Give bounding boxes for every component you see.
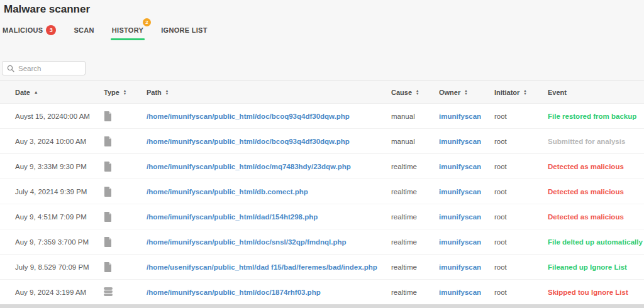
initiator-cell: root xyxy=(494,213,548,221)
table-header-row: Date ▲ Type ▲▼ Path ▲▼ Cause ▲▼ Owner ▲▼… xyxy=(0,80,644,104)
column-header-type[interactable]: Type ▲▼ xyxy=(104,89,147,96)
search-icon xyxy=(7,65,14,72)
table-row: Auy 9, 7:359 3:700 PM /home/imunifyscan/… xyxy=(0,229,644,255)
tab-label: MALICIOUS xyxy=(3,26,43,34)
tab-malicious[interactable]: MALICIOUS 3 xyxy=(3,25,56,35)
path-link[interactable]: /home/imunifyscan/public_html/doc/bcoq93… xyxy=(147,113,350,120)
sort-icon: ▲▼ xyxy=(123,89,126,96)
cause-cell: manual xyxy=(391,138,439,145)
sort-icon: ▲▼ xyxy=(165,89,169,96)
table-row: Auyst 15, 20240:00 AM /home/imunifyscan/… xyxy=(0,104,644,129)
tab-history[interactable]: HISTORY 2 xyxy=(112,25,143,35)
cause-cell: realtime xyxy=(391,188,439,195)
table-row: July 9, 8.529 70:09 PM /home/usenifyscan… xyxy=(0,255,644,280)
event-status: Detected as malicious xyxy=(548,163,644,170)
search-box xyxy=(2,61,86,75)
column-header-initiator[interactable]: Initiator ▲▼ xyxy=(494,89,548,96)
history-count-badge: 2 xyxy=(143,18,151,26)
event-status: File restored from backup xyxy=(548,113,644,120)
tab-bar: MALICIOUS 3 SCAN HISTORY 2 IGNORE LIST xyxy=(3,25,225,35)
cause-cell: realtime xyxy=(391,263,439,271)
cause-cell: realtime xyxy=(391,213,439,221)
event-status: Submitted for analysis xyxy=(548,138,644,145)
database-icon xyxy=(104,287,147,297)
date-cell: Auy 9, 3:33M 9:30 PM xyxy=(15,163,104,170)
event-status: Fileaned up Ignore List xyxy=(548,263,644,271)
file-icon xyxy=(104,162,147,172)
initiator-cell: root xyxy=(494,113,548,120)
date-cell: Auy 9, 2024 3:199 AM xyxy=(15,289,104,296)
sort-asc-icon: ▲ xyxy=(34,90,38,94)
date-cell: Auy 9, 4:51M 7:09 PM xyxy=(15,213,104,221)
page-title: Malware scanner xyxy=(4,3,90,16)
owner-link[interactable]: imunifyscan xyxy=(439,213,481,221)
column-header-date[interactable]: Date ▲ xyxy=(15,89,104,96)
event-status: Detected as malicious xyxy=(548,213,644,221)
file-icon xyxy=(104,187,147,197)
cause-cell: manual xyxy=(391,113,439,120)
cause-cell: realtime xyxy=(391,289,439,296)
path-link[interactable]: /home/usenifyscan/public_html/dad f15/ba… xyxy=(147,263,377,271)
event-status: File delted up automatically xyxy=(548,238,644,246)
tab-label: SCAN xyxy=(74,26,94,34)
path-link[interactable]: /home/imunifyscan/public_html/dad/154ht2… xyxy=(147,213,318,221)
date-cell: July 4, 20214 9:39 PM xyxy=(15,188,104,195)
owner-link[interactable]: imunifyscan xyxy=(439,188,481,195)
owner-link[interactable]: imunifyscan xyxy=(439,263,481,271)
search-input[interactable] xyxy=(18,65,80,72)
table-row: July 4, 20214 9:39 PM /home/imunifyscan/… xyxy=(0,179,644,204)
history-table: Date ▲ Type ▲▼ Path ▲▼ Cause ▲▼ Owner ▲▼… xyxy=(0,80,644,305)
active-tab-indicator xyxy=(111,38,145,40)
date-cell: July 9, 8.529 70:09 PM xyxy=(15,263,104,271)
date-cell: Auy 9, 7:359 3:700 PM xyxy=(15,238,104,246)
owner-link[interactable]: imunifyscan xyxy=(439,138,481,145)
tab-label: HISTORY xyxy=(112,26,143,34)
path-link[interactable]: /home/imunifyscan/public_html/doc/bcoq93… xyxy=(147,138,350,145)
path-link[interactable]: /home/imunifyscan/public_html/doc/1874rh… xyxy=(147,289,321,296)
file-icon xyxy=(104,212,147,222)
path-link[interactable]: /home/imunifyscan/public_html/doc/mq7483… xyxy=(147,163,351,170)
file-icon xyxy=(104,237,147,247)
owner-link[interactable]: imunifyscan xyxy=(439,163,481,170)
horizontal-scrollbar[interactable] xyxy=(0,304,644,308)
tab-scan[interactable]: SCAN xyxy=(74,25,94,35)
owner-link[interactable]: imunifyscan xyxy=(439,289,481,296)
column-header-path[interactable]: Path ▲▼ xyxy=(147,89,391,96)
cause-cell: realtime xyxy=(391,238,439,246)
sort-icon: ▲▼ xyxy=(464,89,467,96)
cause-cell: realtime xyxy=(391,163,439,170)
owner-link[interactable]: imunifyscan xyxy=(439,113,481,120)
file-icon xyxy=(104,111,147,121)
sort-icon: ▲▼ xyxy=(416,89,419,96)
file-icon xyxy=(104,262,147,272)
table-row: Auy 9, 2024 3:199 AM /home/imunifyscan/p… xyxy=(0,280,644,305)
owner-link[interactable]: imunifyscan xyxy=(439,238,481,246)
table-row: Auy 9, 3:33M 9:30 PM /home/imunifyscan/p… xyxy=(0,154,644,179)
tab-ignore-list[interactable]: IGNORE LIST xyxy=(161,25,208,35)
initiator-cell: root xyxy=(494,263,548,271)
path-link[interactable]: /home/imunifyscan/public_html/db.comect.… xyxy=(147,188,308,195)
sort-icon: ▲▼ xyxy=(523,89,526,96)
table-row: Auy 3, 2024 10:00 AM /home/imunifyscan/p… xyxy=(0,129,644,154)
table-row: Auy 9, 4:51M 7:09 PM /home/imunifyscan/p… xyxy=(0,204,644,229)
file-icon xyxy=(104,136,147,146)
event-status: Detected as malicious xyxy=(548,188,644,195)
initiator-cell: root xyxy=(494,289,548,296)
date-cell: Auyst 15, 20240:00 AM xyxy=(15,113,104,120)
path-link[interactable]: /home/imunifyscan/public_html/doc/snsl/3… xyxy=(147,238,347,246)
column-header-owner[interactable]: Owner ▲▼ xyxy=(439,89,494,96)
initiator-cell: root xyxy=(494,163,548,170)
date-cell: Auy 3, 2024 10:00 AM xyxy=(15,138,104,145)
column-header-cause[interactable]: Cause ▲▼ xyxy=(391,89,439,96)
initiator-cell: root xyxy=(494,138,548,145)
initiator-cell: root xyxy=(494,238,548,246)
malicious-count-badge: 3 xyxy=(46,25,56,35)
initiator-cell: root xyxy=(494,188,548,195)
column-header-event: Event xyxy=(548,89,644,96)
event-status: Skipped tou Ignore List xyxy=(548,289,644,296)
tab-label: IGNORE LIST xyxy=(161,26,208,34)
